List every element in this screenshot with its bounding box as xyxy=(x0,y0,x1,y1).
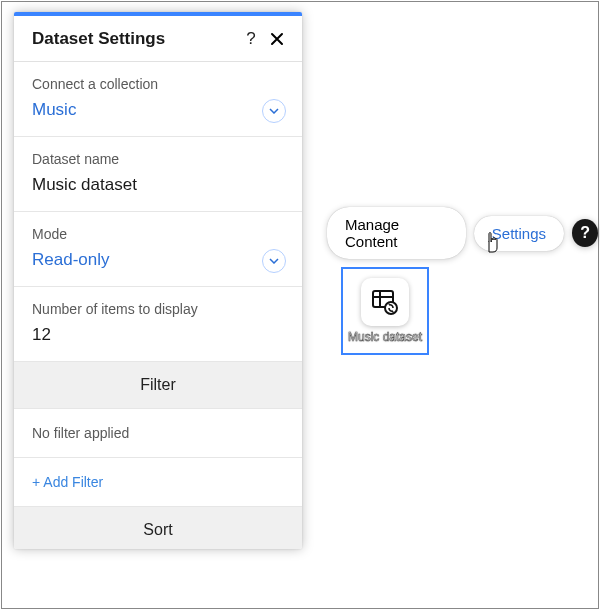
chevron-down-icon[interactable] xyxy=(262,249,286,273)
mode-value: Read-only xyxy=(32,250,284,270)
context-toolbar: Manage Content Settings ? xyxy=(327,207,598,259)
section-mode[interactable]: Mode Read-only xyxy=(14,212,302,287)
item-count-label: Number of items to display xyxy=(32,301,284,317)
manage-content-button[interactable]: Manage Content xyxy=(327,207,466,259)
help-button[interactable]: ? xyxy=(572,219,598,247)
dataset-name-label: Dataset name xyxy=(32,151,284,167)
dataset-name-value: Music dataset xyxy=(32,175,284,195)
filter-header: Filter xyxy=(14,362,302,409)
collection-label: Connect a collection xyxy=(32,76,284,92)
sort-header: Sort xyxy=(14,507,302,549)
section-item-count[interactable]: Number of items to display 12 xyxy=(14,287,302,362)
panel-header: Dataset Settings ? xyxy=(14,16,302,62)
close-icon[interactable] xyxy=(264,26,290,52)
help-icon[interactable]: ? xyxy=(238,26,264,52)
item-count-value: 12 xyxy=(32,325,284,345)
svg-point-3 xyxy=(385,302,397,314)
chevron-down-icon[interactable] xyxy=(262,99,286,123)
section-collection[interactable]: Connect a collection Music xyxy=(14,62,302,137)
mode-label: Mode xyxy=(32,226,284,242)
dataset-icon xyxy=(361,278,409,326)
dataset-settings-panel: Dataset Settings ? Connect a collection … xyxy=(14,12,302,549)
dataset-tile-label: Music dataset xyxy=(348,330,422,344)
collection-value: Music xyxy=(32,100,284,120)
section-dataset-name[interactable]: Dataset name Music dataset xyxy=(14,137,302,212)
dataset-tile[interactable]: Music dataset xyxy=(341,267,429,355)
add-filter-button[interactable]: + Add Filter xyxy=(14,458,302,507)
settings-button[interactable]: Settings xyxy=(474,216,564,251)
app-frame: Dataset Settings ? Connect a collection … xyxy=(1,1,599,609)
panel-title: Dataset Settings xyxy=(32,29,238,49)
filter-status: No filter applied xyxy=(14,409,302,458)
